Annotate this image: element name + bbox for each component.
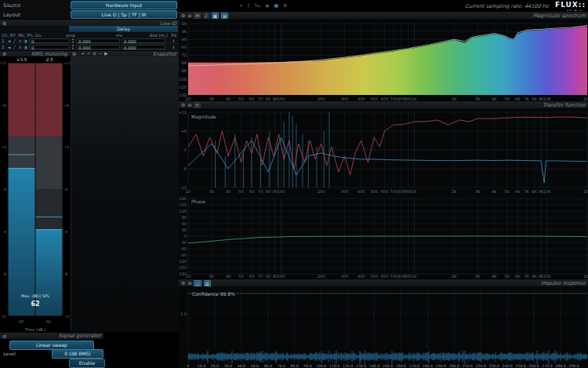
stepper[interactable]: ▴▾ [70, 38, 76, 43]
impulse-toggle-icon[interactable]: ▥ [204, 280, 211, 286]
gear-icon[interactable]: ⚙ [181, 280, 185, 286]
svg-text:-120: -120 [179, 85, 187, 89]
delay-samples-field[interactable]: 0 [29, 45, 70, 49]
svg-text:-60: -60 [180, 246, 187, 251]
transfer-magnitude-plot[interactable]: +12+60-6-1220304050607080901002003004005… [179, 108, 588, 194]
delay-row-1: 1 ◄ ╱ ⊘ ◑ 0 ▴▾ 0.000 0.000 ℓ [0, 38, 179, 44]
svg-text:270.0: 270.0 [543, 364, 553, 368]
svg-text:Phase: Phase [191, 199, 205, 204]
impulse-response-plot[interactable]: 1.0Confidence 99.8% [179, 286, 588, 351]
edit-icon[interactable]: ╱ [12, 45, 17, 49]
transfer-mode-button[interactable]: H [194, 102, 200, 108]
gear-icon[interactable]: ⚙ [181, 102, 185, 107]
mute-icon[interactable]: ⊘ [17, 38, 23, 43]
delay-samples-field[interactable]: 0 [29, 38, 70, 43]
snapshot-add-icon[interactable]: + [81, 51, 85, 56]
svg-text:80: 80 [266, 189, 270, 194]
display-mode-toggle-icon[interactable]: ▤ [221, 13, 228, 19]
power-icon[interactable]: ◉ [265, 2, 269, 8]
svg-text:60: 60 [182, 221, 187, 226]
svg-text:210.0: 210.0 [463, 364, 473, 368]
signal-generator-header: ⚙ Signal generator [0, 332, 103, 339]
impulse-toggle-icon[interactable]: ◫ [194, 280, 201, 286]
svg-text:8K: 8K [532, 189, 537, 194]
delay-col-pd: Pd [168, 33, 179, 38]
channel-count-button[interactable]: 2 [203, 13, 209, 19]
spectrum-panel-header: ⚙ ⊞ M 2 ▦ ▤ Magnitude spectrum [179, 11, 588, 19]
svg-text:5K: 5K [505, 189, 510, 194]
svg-text:7K: 7K [524, 189, 529, 194]
magnitude-spectrum-plot[interactable]: -24-36-48-60-72-84-96-108-120-1322030405… [179, 19, 588, 100]
stepper[interactable]: ▴▾ [70, 44, 76, 49]
svg-text:-0: -0 [64, 188, 68, 191]
svg-text:140.0: 140.0 [369, 364, 379, 368]
svg-text:250.0: 250.0 [516, 364, 526, 368]
source-row: Source Hardware Input [0, 0, 179, 9]
delay-ms-field[interactable]: 0.000 [76, 45, 120, 49]
toolbar: × ƒ ‰ ◉ ▦ ≣ [239, 2, 287, 8]
delay-distance-field[interactable]: 0.000 [122, 45, 165, 49]
transfer-phase-plot[interactable]: 1801501209060300-30-60-90-120-150-180203… [179, 194, 588, 279]
svg-text:+8: +8 [64, 104, 70, 107]
svg-text:400: 400 [358, 189, 365, 194]
svg-text:180: 180 [179, 196, 187, 201]
svg-text:120.0: 120.0 [343, 364, 353, 368]
level-value-button[interactable]: 0 (dB RMS) [52, 349, 103, 359]
spectrum-panel-title: Magnitude spectrum [533, 13, 586, 19]
delay-ms-field[interactable]: 0.000 [76, 38, 120, 43]
row-option-icon[interactable]: ℓ [170, 45, 177, 49]
edit-icon[interactable]: ╱ [12, 38, 17, 43]
svg-text:-8: -8 [64, 272, 68, 276]
delay-distance-field[interactable]: 0.000 [122, 38, 165, 43]
snapshot-confirm-icon[interactable]: ✓ [87, 51, 91, 56]
svg-text:110.0: 110.0 [329, 364, 339, 368]
snapshot-area[interactable] [71, 56, 179, 332]
layout-label: Layout [3, 12, 71, 18]
snapshot-update-icon[interactable]: U [93, 51, 96, 56]
svg-text:60: 60 [249, 189, 254, 194]
svg-text:90.0: 90.0 [304, 364, 312, 368]
source-select-button[interactable]: Hardware Input [71, 1, 177, 9]
gear-icon[interactable]: ⚙ [2, 333, 6, 339]
phase-icon[interactable]: ◑ [23, 38, 28, 43]
snapshot-play-icon[interactable]: ▶ [104, 51, 107, 56]
svg-text:700: 700 [390, 189, 397, 194]
svg-text:-12: -12 [64, 315, 71, 319]
speaker-icon[interactable]: ◄ [6, 45, 12, 49]
svg-text:Mc: Mc [46, 319, 52, 324]
gear-icon[interactable]: ⚙ [2, 20, 6, 26]
svg-text:0: 0 [184, 148, 187, 152]
gear-icon[interactable]: ⚙ [181, 13, 185, 18]
mute-icon[interactable]: ⊘ [17, 45, 23, 49]
grid-view-icon[interactable]: ▦ [274, 2, 278, 8]
gear-icon[interactable]: ⚙ [2, 51, 6, 56]
svg-text:+12: +12 [64, 61, 71, 65]
expand-icon[interactable]: ⊞ [187, 13, 191, 18]
expand-icon[interactable]: ⊞ [187, 102, 191, 107]
signal-generator-title: Signal generator [59, 333, 101, 339]
marker-button[interactable]: M [194, 13, 201, 19]
display-mode-toggle-icon[interactable]: ▦ [212, 13, 219, 19]
phase-icon[interactable]: ◑ [23, 45, 28, 49]
expand-icon[interactable]: ⊞ [187, 280, 191, 286]
svg-text:160.0: 160.0 [396, 364, 406, 368]
stepper-down-icon[interactable]: ▾ [72, 47, 74, 49]
delay-panel-title: Delay [0, 26, 179, 32]
svg-text:-30: -30 [180, 240, 187, 245]
liveio-title: Live-IO [160, 20, 176, 26]
close-icon[interactable]: × [239, 2, 243, 8]
svg-text:2K: 2K [452, 189, 457, 194]
speaker-icon[interactable]: ◄ [6, 38, 12, 43]
gear-icon[interactable]: ⚙ [72, 51, 76, 56]
transfer-panel-header: ⚙ ⊞ H Transfer function [179, 100, 588, 108]
menu-icon[interactable]: ≣ [283, 2, 287, 8]
svg-text:900: 900 [405, 189, 412, 194]
impulse-waveform-strip[interactable]: 010.020.030.040.050.060.070.080.090.0100… [179, 351, 588, 368]
function-icon[interactable]: ƒ [248, 2, 249, 8]
row-option-icon[interactable]: ℓ [170, 38, 177, 43]
enable-button[interactable]: Enable [69, 359, 105, 368]
layout-select-button[interactable]: Live O | Sp | TF | IR [71, 10, 177, 19]
percent-icon[interactable]: ‰ [254, 2, 260, 8]
snapshot-remove-icon[interactable]: − [99, 51, 103, 56]
svg-text:600: 600 [381, 189, 389, 194]
